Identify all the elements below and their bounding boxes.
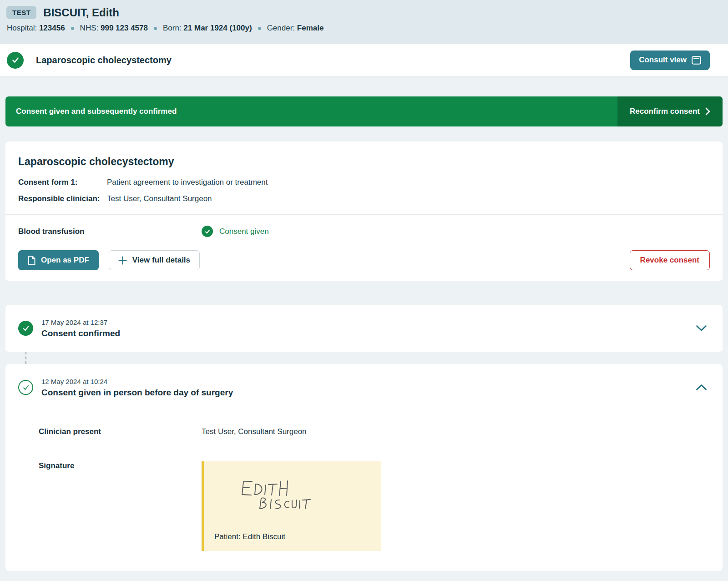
responsible-clinician-value: Test User, Consultant Surgeon bbox=[107, 194, 212, 203]
consult-view-label: Consult view bbox=[639, 56, 687, 65]
open-as-pdf-label: Open as PDF bbox=[41, 256, 89, 265]
revoke-consent-label: Revoke consent bbox=[640, 256, 699, 265]
timeline-entry-timestamp: 12 May 2024 at 10:24 bbox=[41, 378, 694, 385]
patient-header: TEST BISCUIT, Edith Hospital: 123456 NHS… bbox=[0, 0, 728, 44]
procedure-bar: Laparoscopic cholecystectomy Consult vie… bbox=[0, 44, 728, 76]
patient-name: BISCUIT, Edith bbox=[43, 6, 119, 19]
timeline-entry-consent-given: 12 May 2024 at 10:24 Consent given in pe… bbox=[5, 364, 723, 571]
timeline-entry-title: Consent confirmed bbox=[41, 328, 694, 338]
chevron-down-icon[interactable] bbox=[694, 323, 709, 333]
timeline-entry-consent-confirmed: 17 May 2024 at 12:37 Consent confirmed bbox=[5, 305, 723, 352]
signature-row: Signature bbox=[5, 452, 723, 551]
document-icon bbox=[28, 256, 35, 265]
view-full-details-label: View full details bbox=[132, 256, 190, 265]
chevron-up-icon[interactable] bbox=[694, 382, 709, 393]
nhs-number: NHS: 999 123 4578 bbox=[80, 24, 148, 33]
responsible-clinician-label: Responsible clinician: bbox=[18, 194, 107, 203]
reconfirm-consent-button[interactable]: Reconfirm consent bbox=[617, 96, 723, 126]
divider bbox=[5, 214, 723, 215]
consent-details-card: Laparoscopic cholecystectomy Consent for… bbox=[5, 141, 723, 281]
revoke-consent-button[interactable]: Revoke consent bbox=[630, 250, 710, 270]
consent-given-check-icon bbox=[202, 226, 213, 237]
consent-given-text: Consent given bbox=[219, 227, 269, 236]
test-badge: TEST bbox=[6, 6, 36, 19]
signature-label: Signature bbox=[39, 461, 202, 551]
consent-status-banner: Consent given and subsequently confirmed… bbox=[5, 96, 723, 126]
clinician-present-row: Clinician present Test User, Consultant … bbox=[5, 411, 723, 452]
blood-transfusion-label: Blood transfusion bbox=[18, 227, 202, 236]
chevron-right-icon bbox=[705, 107, 710, 116]
dot-separator bbox=[154, 27, 157, 30]
date-of-birth: Born: 21 Mar 1924 (100y) bbox=[163, 24, 252, 33]
gender: Gender: Female bbox=[267, 24, 324, 33]
consult-view-button[interactable]: Consult view bbox=[630, 51, 710, 70]
clinician-present-value: Test User, Consultant Surgeon bbox=[202, 427, 307, 436]
patient-signature: Patient: Edith Biscuit bbox=[202, 461, 381, 551]
timeline-check-icon bbox=[18, 321, 33, 336]
open-as-pdf-button[interactable]: Open as PDF bbox=[18, 250, 99, 270]
clinician-present-label: Clinician present bbox=[39, 427, 202, 436]
dot-separator bbox=[258, 27, 261, 30]
responsible-clinician-row: Responsible clinician: Test User, Consul… bbox=[18, 194, 710, 203]
dot-separator bbox=[71, 27, 74, 30]
procedure-title: Laparoscopic cholecystectomy bbox=[36, 55, 630, 66]
consent-form-label: Consent form 1: bbox=[18, 178, 107, 187]
reconfirm-consent-label: Reconfirm consent bbox=[630, 107, 700, 116]
plus-icon bbox=[118, 256, 127, 265]
hospital-number: Hospital: 123456 bbox=[7, 24, 65, 33]
consent-card-title: Laparoscopic cholecystectomy bbox=[18, 156, 710, 168]
view-full-details-button[interactable]: View full details bbox=[109, 250, 200, 270]
timeline-connector bbox=[25, 352, 728, 364]
timeline-entry-title: Consent given in person before day of su… bbox=[41, 388, 694, 398]
consent-status-message: Consent given and subsequently confirmed bbox=[5, 96, 177, 126]
timeline-entry-timestamp: 17 May 2024 at 12:37 bbox=[41, 318, 694, 326]
consent-form-value: Patient agreement to investigation or tr… bbox=[107, 178, 268, 187]
panel-view-icon bbox=[692, 56, 701, 65]
consent-form-row: Consent form 1: Patient agreement to inv… bbox=[18, 178, 710, 187]
patient-demographics: Hospital: 123456 NHS: 999 123 4578 Born:… bbox=[6, 24, 722, 33]
consent-timeline: 17 May 2024 at 12:37 Consent confirmed 1… bbox=[0, 305, 728, 571]
blood-transfusion-row: Blood transfusion Consent given bbox=[18, 226, 710, 237]
blood-transfusion-status: Consent given bbox=[202, 226, 269, 237]
consent-complete-check-icon bbox=[7, 52, 24, 69]
signature-caption: Patient: Edith Biscuit bbox=[214, 532, 285, 541]
timeline-check-outline-icon bbox=[18, 380, 33, 395]
